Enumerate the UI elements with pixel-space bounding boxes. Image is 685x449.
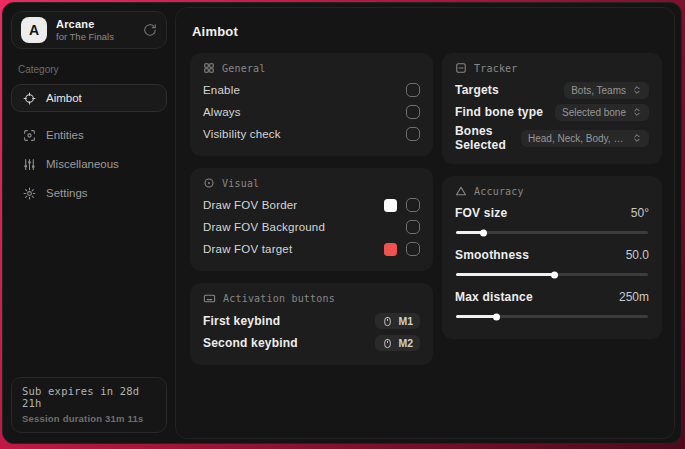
slider-thumb[interactable] — [493, 313, 500, 320]
setting-label: Smoothness — [455, 248, 529, 262]
card-title: Tracker — [474, 63, 518, 74]
chevrons-up-down-icon — [632, 107, 642, 117]
setting-row: Enable — [203, 79, 420, 101]
brand-logo: A — [21, 17, 47, 43]
visual-card: Visual Draw FOV Border Draw FOV Backgrou… — [190, 168, 433, 271]
fov-size-value: 50° — [631, 206, 649, 220]
sidebar-item-label: Settings — [46, 187, 88, 199]
slider-thumb[interactable] — [480, 229, 487, 236]
page-title: Aimbot — [192, 24, 662, 39]
setting-label: Draw FOV target — [203, 243, 292, 255]
setting-row: Second keybind M2 — [203, 332, 420, 354]
draw-fov-target-checkbox[interactable] — [406, 242, 420, 256]
fov-size-slider[interactable] — [456, 231, 648, 234]
card-title: General — [222, 63, 266, 74]
bones-selected-dropdown[interactable]: Head, Neck, Body, Pe... — [521, 130, 649, 147]
setting-row: Draw FOV target — [203, 238, 420, 260]
setting-label: Max distance — [455, 290, 533, 304]
setting-row: Draw FOV Background — [203, 216, 420, 238]
keyboard-icon — [203, 292, 216, 305]
keybind-value: M1 — [398, 315, 413, 327]
triangle-icon — [455, 185, 467, 197]
setting-row: Visibility check — [203, 123, 420, 145]
session-duration-text: Session duration 31m 11s — [22, 413, 156, 424]
dropdown-value: Head, Neck, Body, Pe... — [528, 133, 626, 144]
setting-label: Find bone type — [455, 105, 543, 119]
main-panel: Aimbot General Enable — [175, 7, 675, 439]
crosshair-icon — [23, 92, 36, 105]
slider-thumb[interactable] — [551, 271, 558, 278]
mouse-icon — [382, 338, 393, 349]
first-keybind-button[interactable]: M1 — [375, 313, 420, 329]
setting-row: Draw FOV Border — [203, 194, 420, 216]
setting-label: Second keybind — [203, 336, 298, 350]
smoothness-value: 50.0 — [626, 248, 649, 262]
setting-label: Draw FOV Background — [203, 221, 325, 233]
focus-icon — [203, 177, 215, 189]
setting-row: First keybind M1 — [203, 310, 420, 332]
accuracy-card: Accuracy FOV size 50° Smoothness — [442, 176, 662, 339]
brand-subtitle: for The Finals — [56, 31, 114, 42]
setting-row: Targets Bots, Teams — [455, 79, 649, 101]
setting-label: Visibility check — [203, 128, 281, 140]
setting-label: First keybind — [203, 314, 280, 328]
fov-target-color-swatch[interactable] — [384, 243, 397, 256]
grid-icon — [203, 62, 215, 74]
chevrons-up-down-icon — [632, 85, 642, 95]
always-checkbox[interactable] — [406, 105, 420, 119]
dropdown-value: Selected bone — [562, 107, 626, 118]
setting-row: FOV size 50° — [455, 202, 649, 224]
setting-label: FOV size — [455, 206, 507, 220]
brand-card: A Arcane for The Finals — [11, 11, 167, 49]
activation-card: Activation buttons First keybind M1 — [190, 283, 433, 365]
sidebar: A Arcane for The Finals Category Aimbot — [3, 3, 175, 443]
second-keybind-button[interactable]: M2 — [375, 335, 420, 351]
app-window: A Arcane for The Finals Category Aimbot — [2, 2, 682, 444]
subscription-card: Sub expires in 28d 21h Session duration … — [11, 377, 167, 433]
targets-dropdown[interactable]: Bots, Teams — [564, 82, 649, 99]
draw-fov-border-checkbox[interactable] — [406, 198, 420, 212]
sliders-icon — [23, 158, 36, 171]
sub-expiry-text: Sub expires in 28d 21h — [22, 385, 156, 409]
find-bone-type-dropdown[interactable]: Selected bone — [555, 104, 649, 121]
dropdown-value: Bots, Teams — [571, 85, 626, 96]
card-title: Visual — [222, 178, 259, 189]
smoothness-slider[interactable] — [456, 273, 648, 276]
gear-icon — [23, 187, 36, 200]
refresh-icon[interactable] — [143, 23, 157, 37]
sidebar-item-settings[interactable]: Settings — [11, 179, 167, 207]
enable-checkbox[interactable] — [406, 83, 420, 97]
sidebar-item-miscellaneous[interactable]: Miscellaneous — [11, 150, 167, 178]
setting-row: Always — [203, 101, 420, 123]
setting-label: Enable — [203, 84, 240, 96]
card-title: Activation buttons — [223, 293, 335, 304]
category-label: Category — [18, 64, 167, 75]
setting-row: Find bone type Selected bone — [455, 101, 649, 123]
chevrons-up-down-icon — [632, 133, 642, 143]
sidebar-item-label: Aimbot — [46, 92, 82, 104]
sidebar-item-aimbot[interactable]: Aimbot — [11, 84, 167, 112]
sidebar-item-label: Entities — [46, 129, 84, 141]
max-distance-slider[interactable] — [456, 315, 648, 318]
max-distance-value: 250m — [619, 290, 649, 304]
general-card: General Enable Always Visibility check — [190, 53, 433, 156]
setting-label: Always — [203, 106, 241, 118]
setting-row: Max distance 250m — [455, 286, 649, 308]
tracker-card: Tracker Targets Bots, Teams — [442, 53, 662, 164]
setting-row: Bones Selected Head, Neck, Body, Pe... — [455, 123, 649, 153]
scan-icon — [23, 129, 36, 142]
setting-label: Draw FOV Border — [203, 199, 297, 211]
brand-name: Arcane — [56, 18, 114, 30]
setting-label: Bones Selected — [455, 124, 521, 152]
card-title: Accuracy — [474, 186, 524, 197]
setting-label: Targets — [455, 83, 499, 97]
tracker-icon — [455, 62, 467, 74]
mouse-icon — [382, 316, 393, 327]
sidebar-item-label: Miscellaneous — [46, 158, 119, 170]
visibility-check-checkbox[interactable] — [406, 127, 420, 141]
fov-border-color-swatch[interactable] — [384, 199, 397, 212]
draw-fov-background-checkbox[interactable] — [406, 220, 420, 234]
setting-row: Smoothness 50.0 — [455, 244, 649, 266]
sidebar-item-entities[interactable]: Entities — [11, 121, 167, 149]
keybind-value: M2 — [398, 337, 413, 349]
